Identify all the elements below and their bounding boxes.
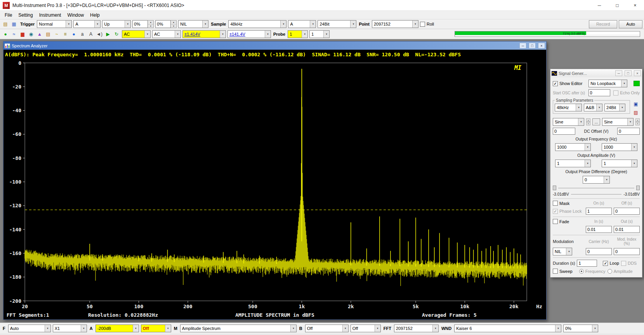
spectrum-minimize-button[interactable]: ─ [519, 43, 526, 49]
mask-on-input[interactable] [586, 208, 612, 215]
sweep-amplitude-radio[interactable]: Amplitude [608, 269, 633, 274]
record-button[interactable]: Record [589, 20, 617, 28]
phase-lock-checkbox[interactable]: Phase Lock [553, 209, 584, 214]
spectrum-3d-plot-icon[interactable]: ▲ [36, 31, 43, 38]
coupling-a-select[interactable]: AC [122, 30, 151, 38]
waveform-a-spinner[interactable]: ▲▼ [586, 118, 590, 125]
maximize-button[interactable]: □ [608, 0, 626, 10]
loop-checkbox[interactable]: Loop [603, 261, 619, 266]
gen-bit-depth-select[interactable]: 24Bit [604, 104, 625, 111]
sweep-frequency-radio[interactable]: Frequency [579, 269, 606, 274]
amplitude-b-select[interactable]: 1 [602, 160, 637, 167]
spectrum-plot-area[interactable]: 0-20-40-60-80-100-120-140-160-180-200205… [3, 59, 546, 311]
waveform-a-select[interactable]: Sine [553, 118, 584, 126]
frequency-a-select[interactable]: 1000 [555, 143, 591, 151]
menu-item-window[interactable]: Window [64, 12, 87, 19]
font-increase-icon[interactable]: A [87, 31, 95, 38]
output-on-button[interactable] [634, 81, 640, 86]
dds-checkbox[interactable]: DDS [621, 261, 637, 266]
mask-checkbox[interactable]: Mask [553, 201, 584, 206]
frequency-b-select[interactable]: 1000 [602, 143, 637, 151]
fft-size-select[interactable]: 2097152 [394, 325, 439, 332]
spectrum-window-title-bar[interactable]: Spectrum Analyzer ─ □ × [3, 42, 546, 50]
trigger-delay-stepper[interactable]: 0%▲▼ [155, 20, 177, 28]
echo-only-checkbox[interactable]: Echo Only [613, 90, 640, 95]
stepper-buttons[interactable]: ▲▼ [171, 20, 177, 28]
duration-input[interactable] [577, 260, 597, 267]
siggen-minimize-button[interactable]: ─ [615, 70, 622, 76]
b-range-select[interactable]: Off [305, 325, 349, 332]
layout-grid-icon[interactable]: ▦ [10, 21, 18, 28]
carrier-input[interactable] [586, 248, 612, 255]
trigger-hpf-select[interactable]: NIL [178, 20, 208, 28]
trigger-level-stepper[interactable]: 0%▲▼ [132, 20, 154, 28]
open-panel-icon[interactable]: ▤ [2, 21, 9, 28]
speaker-icon[interactable]: ◄) [95, 31, 103, 38]
a-processing-select[interactable]: Off [141, 325, 171, 332]
siggen-title-bar[interactable]: Signal Gener... ─ □ × [550, 69, 642, 77]
device-test-plan-icon[interactable]: ● [70, 31, 78, 38]
siggen-maximize-button[interactable]: □ [625, 70, 632, 76]
trigger-edge-select[interactable]: Up [102, 20, 131, 28]
b-processing-select[interactable]: Off [351, 325, 381, 332]
range-a-select[interactable]: ±1.414V [182, 30, 226, 38]
auto-button[interactable]: Auto [619, 20, 642, 28]
sample-channel-select[interactable]: A [288, 20, 316, 28]
x-zoom-select[interactable]: X1 [53, 325, 87, 332]
loopback-select[interactable]: No Loopback [588, 80, 627, 87]
waveform-b-spinner[interactable]: ▲▼ [635, 118, 640, 125]
freq-axis-mode-select[interactable]: Auto [8, 325, 51, 332]
amplitude-a-slider[interactable] [553, 186, 556, 190]
derived-data-icon[interactable]: ≡ [61, 31, 69, 38]
trigger-mode-select[interactable]: Normal [37, 20, 72, 28]
overlap-select[interactable]: 0% [563, 325, 598, 332]
dc-offset-b-input[interactable] [617, 128, 640, 135]
menu-item-file[interactable]: File [2, 12, 15, 19]
fade-checkbox[interactable]: Fade [553, 219, 584, 224]
sweep-checkbox[interactable]: Sweep [553, 269, 573, 274]
signal-generator-icon[interactable]: ~ [53, 31, 61, 38]
save-icon[interactable]: ▣ [632, 101, 640, 108]
minimize-button[interactable]: ─ [590, 0, 608, 10]
waveform-b-select[interactable]: Sine [602, 118, 634, 126]
coupling-b-select[interactable]: AC [152, 30, 181, 38]
main-display-select[interactable]: Amplitude Spectrum [180, 325, 297, 332]
a-range-select[interactable]: -200dB [95, 325, 139, 332]
amplitude-a-select[interactable]: 1 [555, 160, 591, 167]
probe-b-select[interactable]: 1 [309, 30, 330, 38]
menu-item-instrument[interactable]: Instrument [36, 12, 64, 19]
waveform-library-button[interactable]: ... [592, 118, 600, 125]
trigger-source-select[interactable]: A [73, 20, 101, 28]
mask-off-input[interactable] [614, 208, 640, 215]
fade-in-input[interactable] [586, 226, 612, 233]
menu-item-help[interactable]: Help [87, 12, 103, 19]
show-editor-checkbox[interactable]: Show Editor [553, 81, 582, 86]
phase-difference-select[interactable]: 0 [583, 176, 610, 184]
close-button[interactable]: × [626, 0, 644, 10]
roll-checkbox[interactable]: Roll [420, 22, 434, 27]
probe-a-select[interactable]: 1 [288, 30, 308, 38]
replay-icon[interactable]: ↻ [113, 31, 120, 38]
dc-offset-a-input[interactable] [553, 128, 575, 135]
gen-sample-rate-select[interactable]: 48kHz [555, 104, 582, 111]
gen-channels-select[interactable]: A&B [584, 104, 602, 111]
multimeter-icon[interactable]: ◉ [27, 31, 35, 38]
stepper-buttons[interactable]: ▲▼ [148, 20, 154, 28]
range-b-select[interactable]: ±141.4V [227, 30, 271, 38]
slider-track[interactable] [558, 188, 634, 188]
load-settings-icon[interactable]: ▨ [632, 109, 640, 116]
fade-out-input[interactable] [614, 226, 640, 233]
spectrum-restore-button[interactable]: □ [529, 43, 536, 49]
window-function-select[interactable]: Kaiser 6 [454, 325, 561, 332]
spectrum-plot[interactable]: 0-20-40-60-80-100-120-140-160-180-200205… [3, 59, 545, 311]
modulation-type-select[interactable]: NIL [553, 248, 572, 255]
siggen-close-button[interactable]: × [634, 70, 641, 76]
oscilloscope-icon[interactable]: ≈ [10, 31, 18, 38]
bit-depth-select[interactable]: 24Bit [318, 20, 356, 28]
font-decrease-icon[interactable]: a [78, 31, 86, 38]
sample-rate-select[interactable]: 48kHz [228, 20, 286, 28]
amplitude-b-slider[interactable] [636, 186, 640, 190]
play-icon[interactable]: ▶ [104, 31, 112, 38]
record-length-select[interactable]: 2097152 [372, 20, 418, 28]
data-logger-icon[interactable]: ▤ [44, 31, 52, 38]
